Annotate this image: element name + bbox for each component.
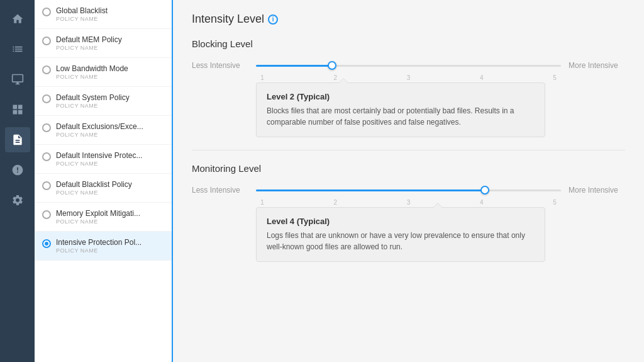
page-title: Intensity Level i [192, 13, 625, 26]
policy-item-low-bandwidth[interactable]: Low Bandwidth Mode POLICY NAME [35, 58, 172, 87]
blocking-numbers-row: 1 2 3 4 5 [192, 74, 625, 81]
monitoring-tooltip-title: Level 4 (Typical) [267, 217, 535, 226]
monitoring-tick-4: 4 [475, 199, 488, 206]
blocking-track-fill [256, 65, 332, 67]
policy-text-low-bandwidth: Low Bandwidth Mode POLICY NAME [56, 64, 164, 80]
monitoring-tick-5: 5 [548, 199, 561, 206]
policy-text-intensive-protection: Intensive Protection Pol... POLICY NAME [56, 238, 164, 254]
monitoring-level-title: Monitoring Level [192, 163, 625, 174]
monitoring-numbers: 1 2 3 4 5 [256, 199, 561, 206]
blocking-slider-container [256, 59, 561, 72]
policy-text-default-mem: Default MEM Policy POLICY NAME [56, 35, 164, 51]
policy-name-low-bandwidth: Low Bandwidth Mode [56, 64, 160, 73]
policy-text-default-exclusions: Default Exclusions/Exce... POLICY NAME [56, 122, 164, 138]
grid-nav-icon[interactable] [5, 97, 30, 122]
policy-text-default-blacklist: Default Blacklist Policy POLICY NAME [56, 180, 164, 196]
monitoring-tick-2: 2 [329, 199, 341, 206]
policy-name-memory-exploit: Memory Exploit Mitigati... [56, 209, 160, 218]
policy-name-default-mem: Default MEM Policy [56, 35, 160, 44]
policy-radio-default-mem [42, 37, 51, 45]
icon-bar [0, 0, 35, 362]
policy-radio-low-bandwidth [42, 65, 51, 74]
monitoring-slider-container [256, 184, 561, 196]
policy-text-default-system: Default System Policy POLICY NAME [56, 93, 164, 109]
blocking-more-label: More Intensive [569, 61, 625, 70]
blocking-slider-row: Less Intensive More Intensive [192, 59, 625, 72]
policy-label-default-blacklist: POLICY NAME [56, 189, 164, 196]
policy-name-intensive-protection: Intensive Protection Pol... [56, 238, 160, 247]
policy-name-global-blacklist: Global Blacklist [56, 6, 160, 15]
blocking-tick-4: 4 [475, 74, 488, 81]
policy-item-default-system[interactable]: Default System Policy POLICY NAME [35, 87, 172, 116]
monitoring-tick-1: 1 [256, 199, 269, 206]
policy-name-default-intensive: Default Intensive Protec... [56, 151, 160, 160]
monitoring-numbers-row: 1 2 3 4 5 [192, 199, 625, 206]
monitoring-less-label: Less Intensive [192, 186, 248, 195]
blocking-less-label: Less Intensive [192, 61, 248, 70]
home-nav-icon[interactable] [5, 6, 30, 31]
policy-item-intensive-protection[interactable]: Intensive Protection Pol... POLICY NAME [35, 232, 172, 261]
policy-item-default-intensive[interactable]: Default Intensive Protec... POLICY NAME [35, 145, 172, 174]
document-nav-icon[interactable] [5, 127, 30, 152]
blocking-tooltip-desc: Blocks files that are most certainly bad… [267, 105, 535, 128]
settings-nav-icon[interactable] [5, 188, 30, 213]
monitoring-more-label: More Intensive [569, 186, 625, 195]
blocking-numbers: 1 2 3 4 5 [256, 74, 561, 81]
policy-item-default-blacklist[interactable]: Default Blacklist Policy POLICY NAME [35, 174, 172, 203]
policy-radio-default-system [42, 94, 51, 103]
list-nav-icon[interactable] [5, 37, 30, 62]
intensity-level-title: Intensity Level [192, 13, 264, 26]
blocking-tick-3: 3 [402, 74, 415, 81]
monitoring-slider-thumb[interactable] [480, 186, 489, 195]
policy-item-default-mem[interactable]: Default MEM Policy POLICY NAME [35, 29, 172, 58]
monitoring-tooltip-desc: Logs files that are unknown or have a ve… [267, 230, 535, 252]
blocking-level-title: Blocking Level [192, 38, 625, 49]
monitoring-track-fill [256, 189, 485, 191]
blocking-level-section: Blocking Level Less Intensive More Inten… [192, 38, 625, 137]
policy-item-global-blacklist[interactable]: Global Blacklist POLICY NAME [35, 0, 172, 29]
desktop-nav-icon[interactable] [5, 67, 30, 92]
policy-radio-intensive-protection [42, 239, 51, 248]
blocking-tick-1: 1 [256, 74, 269, 81]
policy-item-memory-exploit[interactable]: Memory Exploit Mitigati... POLICY NAME [35, 203, 172, 232]
policy-text-global-blacklist: Global Blacklist POLICY NAME [56, 6, 164, 22]
alert-nav-icon[interactable] [5, 157, 30, 183]
policy-radio-default-blacklist [42, 181, 51, 190]
policy-text-memory-exploit: Memory Exploit Mitigati... POLICY NAME [56, 209, 164, 225]
monitoring-tick-3: 3 [402, 199, 415, 206]
monitoring-tooltip: Level 4 (Typical) Logs files that are un… [256, 207, 545, 262]
policy-name-default-blacklist: Default Blacklist Policy [56, 180, 160, 189]
policy-radio-global-blacklist [42, 8, 51, 16]
policy-label-intensive-protection: POLICY NAME [56, 247, 164, 254]
policy-label-low-bandwidth: POLICY NAME [56, 74, 164, 80]
policy-label-default-system: POLICY NAME [56, 103, 164, 109]
policy-label-memory-exploit: POLICY NAME [56, 218, 164, 225]
monitoring-slider-row: Less Intensive More Intensive [192, 184, 625, 196]
policy-label-default-exclusions: POLICY NAME [56, 132, 164, 138]
monitoring-level-section: Monitoring Level Less Intensive More Int… [192, 163, 625, 262]
blocking-tooltip-title: Level 2 (Typical) [267, 92, 535, 101]
info-icon[interactable]: i [268, 14, 278, 25]
policy-text-default-intensive: Default Intensive Protec... POLICY NAME [56, 151, 164, 167]
policy-radio-default-intensive [42, 152, 51, 161]
policy-radio-memory-exploit [42, 210, 51, 219]
blocking-slider-thumb[interactable] [328, 61, 336, 70]
policy-name-default-system: Default System Policy [56, 93, 160, 102]
main-content-area: Intensity Level i Blocking Level Less In… [173, 0, 644, 362]
blocking-tooltip: Level 2 (Typical) Blocks files that are … [256, 82, 545, 137]
policy-radio-default-exclusions [42, 123, 51, 132]
policy-item-default-exclusions[interactable]: Default Exclusions/Exce... POLICY NAME [35, 116, 172, 145]
policy-name-default-exclusions: Default Exclusions/Exce... [56, 122, 160, 131]
policy-label-default-mem: POLICY NAME [56, 45, 164, 51]
policy-list-panel: Global Blacklist POLICY NAME Default MEM… [35, 0, 173, 362]
section-divider [192, 150, 625, 150]
policy-label-global-blacklist: POLICY NAME [56, 16, 164, 22]
blocking-tick-5: 5 [548, 74, 561, 81]
policy-label-default-intensive: POLICY NAME [56, 161, 164, 167]
